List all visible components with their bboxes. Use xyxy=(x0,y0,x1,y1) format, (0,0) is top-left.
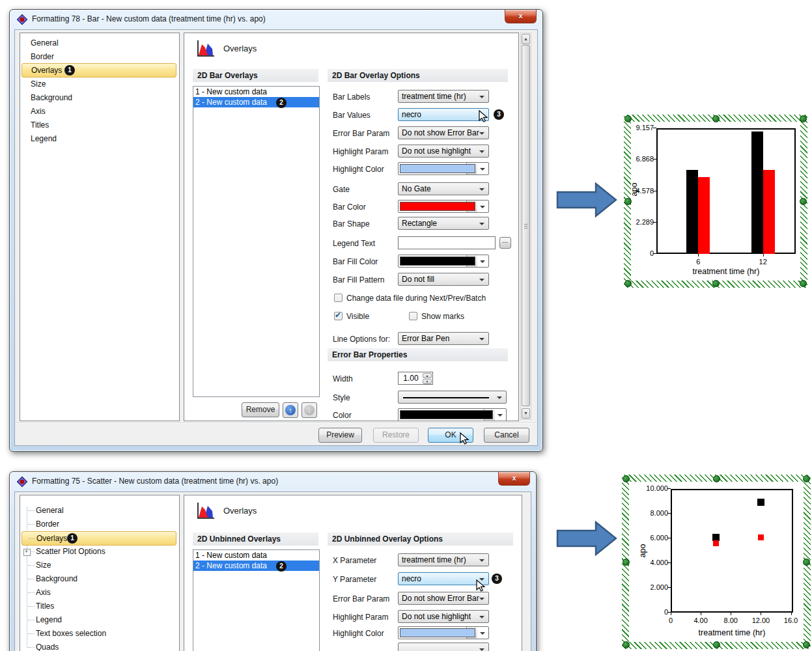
selection-handle[interactable] xyxy=(800,198,807,205)
selection-handle[interactable] xyxy=(803,475,810,482)
change-data-file-checkbox[interactable] xyxy=(334,294,343,302)
mouse-cursor xyxy=(476,579,486,592)
checkbox-label: Change data file during Next/Prev/Batch xyxy=(346,294,486,303)
scrollbar-thumb[interactable] xyxy=(522,45,530,406)
bar-fill-pattern-dropdown[interactable]: Do not fill xyxy=(398,273,489,286)
highlight-param-dropdown[interactable]: Do not use highlight xyxy=(398,145,489,158)
selection-handle[interactable] xyxy=(712,280,720,287)
move-down-button[interactable] xyxy=(301,402,317,418)
sidebar-item-scatter-plot-options[interactable]: Scatter Plot Options xyxy=(21,545,176,559)
sidebar-item-axis[interactable]: Axis xyxy=(21,105,176,118)
sidebar-item-titles[interactable]: Titles xyxy=(21,600,176,613)
mouse-cursor xyxy=(479,110,489,123)
list-item-selected[interactable]: 2 - New custom data xyxy=(193,561,319,571)
y-tick-label: 0 xyxy=(639,608,668,616)
plot-area xyxy=(656,128,796,254)
sidebar-item-legend[interactable]: Legend xyxy=(21,132,176,146)
gate-dropdown[interactable]: No Gate xyxy=(398,182,489,195)
sidebar-item-axis[interactable]: Axis xyxy=(21,586,176,600)
selection-handle[interactable] xyxy=(800,280,807,287)
scroll-up-icon[interactable] xyxy=(522,34,530,44)
highlight-color-dropdown[interactable] xyxy=(398,626,489,639)
line-style-dropdown[interactable] xyxy=(398,391,507,404)
highlight-color-dropdown[interactable] xyxy=(398,162,489,175)
selection-handle[interactable] xyxy=(623,641,630,648)
list-item-selected[interactable]: 2 - New custom data xyxy=(193,97,319,107)
overlays-listbox[interactable]: 1 - New custom data 2 - New custom data … xyxy=(193,549,320,651)
selection-handle[interactable] xyxy=(712,115,720,122)
field-label: Bar Color xyxy=(333,202,366,212)
overlays-listbox[interactable]: 1 - New custom data 2 - New custom data … xyxy=(193,86,320,397)
error-bar-param-dropdown[interactable]: Do not show Error Bar xyxy=(398,126,489,139)
sidebar-item-titles[interactable]: Titles xyxy=(21,118,176,132)
bar-chart-preview[interactable]: apo treatment time (hr) 9.1576.8684.5782… xyxy=(624,115,807,288)
sidebar-item-quads[interactable]: Quads xyxy=(21,641,176,651)
scroll-down-icon[interactable] xyxy=(522,408,530,419)
show-marks-checkbox[interactable] xyxy=(409,312,417,320)
legend-text-browse-button[interactable] xyxy=(499,237,511,249)
highlight-param-dropdown[interactable]: Do not use highlight xyxy=(398,610,489,623)
cancel-button[interactable]: Cancel xyxy=(484,428,529,443)
selection-handle[interactable] xyxy=(803,559,810,566)
line-options-dropdown[interactable]: Error Bar Pen xyxy=(398,332,489,345)
sidebar-item-background[interactable]: Background xyxy=(21,572,176,586)
dropdown-value: No Gate xyxy=(402,184,431,193)
width-spinner[interactable]: 1.00 xyxy=(398,372,433,385)
sidebar-item-overlays[interactable]: Overlays xyxy=(21,531,176,546)
sidebar-item-overlays[interactable]: Overlays xyxy=(21,63,176,77)
step-badge-2: 2 xyxy=(276,561,287,572)
selection-handle[interactable] xyxy=(713,641,720,648)
list-item[interactable]: 1 - New custom data xyxy=(193,87,319,97)
options-scrollbar[interactable] xyxy=(520,33,531,420)
sidebar-item-border[interactable]: Border xyxy=(21,518,176,531)
selection-handle[interactable] xyxy=(624,280,632,287)
visible-checkbox[interactable] xyxy=(334,312,343,320)
spinner-down-icon[interactable] xyxy=(423,379,432,384)
selection-handle[interactable] xyxy=(624,115,632,122)
preview-button[interactable]: Preview xyxy=(318,428,362,443)
list-item[interactable]: 1 - New custom data xyxy=(193,550,319,561)
error-bar-param-dropdown[interactable]: Do not show Error Bar xyxy=(398,592,489,605)
y-tick-mark xyxy=(653,222,656,223)
sidebar-item-text-boxes-selection[interactable]: Text boxes selection xyxy=(21,627,176,641)
move-up-button[interactable] xyxy=(283,402,298,418)
y-tick-label: 8.000 xyxy=(639,509,668,517)
sidebar-item-legend[interactable]: Legend xyxy=(21,613,176,627)
sidebar-item-size[interactable]: Size xyxy=(21,77,176,91)
options-header: 2D Unbinned Overlay Options xyxy=(328,533,513,546)
legend-text-input[interactable] xyxy=(398,236,496,249)
y-tick-label: 9.157 xyxy=(625,124,654,132)
x-parameter-dropdown[interactable]: treatment time (hr) xyxy=(398,553,489,566)
bar-labels-dropdown[interactable]: treatment time (hr) xyxy=(398,90,489,103)
category-sidebar: General Border Overlays 1 Scatter Plot O… xyxy=(20,495,180,651)
selection-handle[interactable] xyxy=(800,115,807,122)
selection-handle[interactable] xyxy=(623,475,630,482)
bar-fill-color-dropdown[interactable] xyxy=(398,255,489,268)
partial-dropdown[interactable] xyxy=(398,643,489,651)
remove-button[interactable]: Remove xyxy=(242,402,279,417)
selection-handle[interactable] xyxy=(803,641,810,648)
tree-expand-icon[interactable] xyxy=(23,549,31,556)
selection-handle[interactable] xyxy=(624,198,632,205)
bar-color-dropdown[interactable] xyxy=(398,200,489,213)
close-button[interactable]: x xyxy=(498,472,530,486)
selection-handle[interactable] xyxy=(623,559,630,566)
sidebar-item-border[interactable]: Border xyxy=(21,50,176,64)
restore-button[interactable]: Restore xyxy=(373,428,419,443)
scatter-chart-preview[interactable]: apo treatment time (hr) 10.0008.0006.000… xyxy=(622,475,811,649)
sidebar-item-size[interactable]: Size xyxy=(21,559,176,572)
y-tick-label: 6.000 xyxy=(639,534,668,542)
bar-values-dropdown[interactable]: necro xyxy=(398,108,489,121)
line-color-dropdown[interactable] xyxy=(398,408,507,421)
field-label: Y Parameter xyxy=(333,575,376,584)
bar-mark xyxy=(686,170,698,254)
selection-handle[interactable] xyxy=(713,475,720,482)
close-button[interactable]: x xyxy=(505,10,537,23)
sidebar-item-general[interactable]: General xyxy=(21,504,176,518)
sidebar-item-general[interactable]: General xyxy=(21,36,176,50)
spinner-up-icon[interactable] xyxy=(423,373,432,378)
bar-shape-dropdown[interactable]: Rectangle xyxy=(398,217,489,230)
field-label: X Parameter xyxy=(333,556,376,565)
sidebar-item-background[interactable]: Background xyxy=(21,91,176,105)
y-parameter-dropdown[interactable]: necro xyxy=(398,572,489,585)
